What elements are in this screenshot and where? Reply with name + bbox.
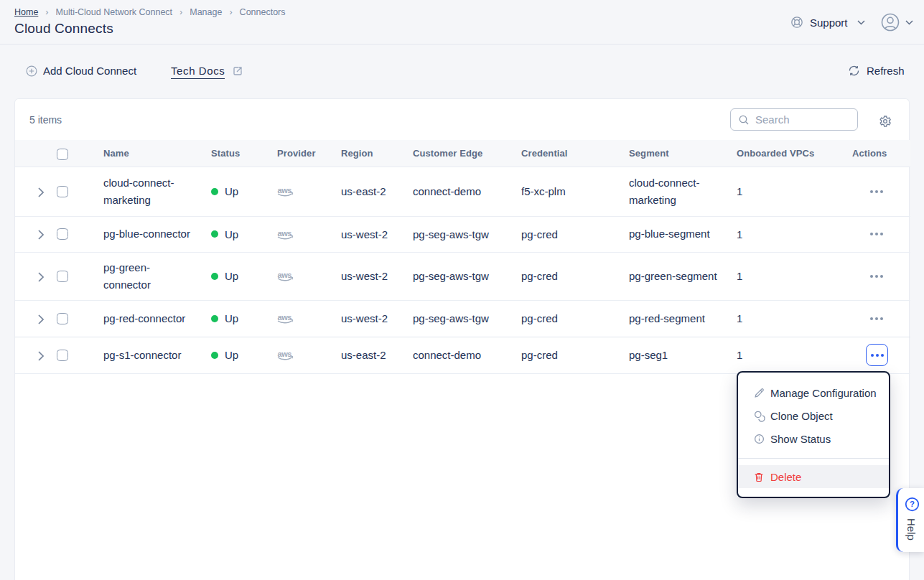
svg-text:aws: aws [278, 271, 292, 279]
svg-text:?: ? [910, 500, 915, 508]
svg-text:aws: aws [278, 186, 292, 195]
svg-text:aws: aws [278, 350, 292, 358]
svg-text:aws: aws [278, 313, 292, 322]
svg-text:aws: aws [278, 229, 292, 238]
